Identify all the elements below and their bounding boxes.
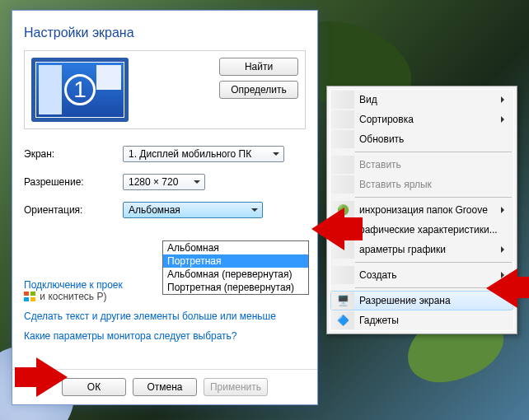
orientation-option[interactable]: Альбомная (перевернутая) (163, 268, 308, 281)
ctx-label: Сортировка (359, 114, 414, 125)
dialog-title: Настройки экрана (24, 26, 306, 40)
ctx-label: Гаджеты (359, 315, 399, 326)
ctx-label: Разрешение экрана (359, 295, 451, 306)
ctx-separator (355, 152, 512, 152)
annotation-arrow-icon (290, 208, 344, 250)
screen-label: Экран: (24, 148, 123, 160)
projector-hint: и коснитесь P) (40, 291, 106, 302)
orientation-select[interactable]: Альбомная (123, 202, 263, 218)
ctx-label: Вставить ярлык (359, 179, 432, 190)
ctx-label: араметры графики (359, 244, 446, 255)
ctx-sort[interactable]: Сортировка (330, 110, 513, 129)
ctx-separator (355, 197, 512, 198)
which-params-link[interactable]: Какие параметры монитора следует выбрать… (24, 330, 237, 342)
submenu-arrow-icon (501, 96, 508, 103)
orientation-option[interactable]: Портретная (163, 254, 308, 268)
ctx-label: Вставить (359, 159, 401, 170)
gadgets-icon: 🔷 (336, 314, 349, 327)
submenu-arrow-icon (501, 246, 508, 253)
ctx-refresh[interactable]: Обновить (330, 129, 513, 149)
identify-button[interactable]: Определить (219, 81, 298, 99)
annotation-arrow-icon (466, 268, 517, 308)
orientation-dropdown: Альбомная Портретная Альбомная (переверн… (162, 240, 309, 295)
submenu-arrow-icon (501, 116, 508, 123)
resolution-label: Разрешение: (24, 176, 123, 188)
submenu-arrow-icon (501, 207, 508, 213)
monitor-number: 1 (64, 74, 96, 105)
resolution-select[interactable]: 1280 × 720 (123, 174, 205, 190)
ctx-view[interactable]: Вид (330, 90, 513, 110)
cancel-button[interactable]: Отмена (133, 378, 197, 396)
monitor-preview-icon[interactable]: 1 (31, 58, 129, 122)
annotation-arrow-icon (15, 367, 36, 387)
ctx-label: инхронизация папок Groove (359, 204, 488, 216)
ctx-label: рафические характеристики... (359, 224, 498, 236)
annotation-arrow-icon (517, 277, 529, 298)
windows-flag-icon (24, 292, 35, 301)
monitor-icon: 🖥️ (336, 294, 349, 307)
find-button[interactable]: Найти (219, 58, 298, 76)
annotation-arrow-icon (36, 357, 87, 397)
orientation-option[interactable]: Альбомная (163, 241, 308, 254)
projector-link[interactable]: Подключение к проек (24, 279, 123, 291)
ctx-separator (355, 262, 512, 263)
apply-button[interactable]: Применить (204, 378, 268, 396)
ctx-label: Вид (359, 94, 377, 105)
ctx-gadgets[interactable]: 🔷 Гаджеты (330, 310, 513, 330)
orientation-label: Ориентация: (24, 204, 123, 216)
display-preview-box: 1 Найти Определить (24, 50, 306, 129)
ctx-paste-shortcut: Вставить ярлык (330, 175, 513, 194)
annotation-arrow-icon (344, 217, 363, 240)
ctx-label: Обновить (359, 133, 404, 145)
ctx-label: Создать (359, 269, 397, 281)
ctx-paste: Вставить (330, 155, 513, 175)
text-size-link[interactable]: Сделать текст и другие элементы больше и… (24, 310, 276, 322)
ctx-graphics-params[interactable]: араметры графики (330, 240, 513, 259)
screen-select[interactable]: 1. Дисплей мобильного ПК (123, 146, 284, 162)
screen-settings-dialog: Настройки экрана 1 Найти Определить Экра… (12, 10, 318, 405)
orientation-option[interactable]: Портретная (перевернутая) (163, 281, 308, 294)
